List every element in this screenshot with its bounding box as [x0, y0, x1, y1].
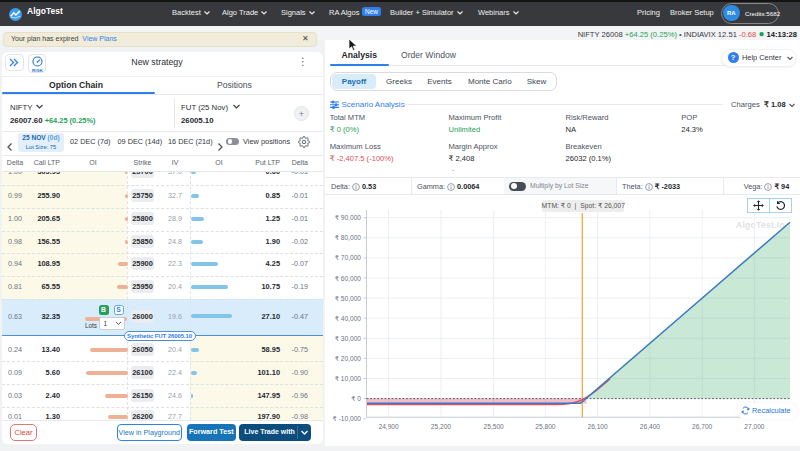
svg-text:₹ 40,000: ₹ 40,000 [335, 315, 362, 322]
svg-text:24,900: 24,900 [379, 423, 400, 430]
svg-text:₹ 70,000: ₹ 70,000 [335, 254, 362, 261]
svg-text:26,700: 26,700 [692, 423, 713, 430]
svg-text:25,200: 25,200 [431, 423, 452, 430]
svg-text:26,100: 26,100 [588, 423, 609, 430]
svg-text:₹ 60,000: ₹ 60,000 [335, 275, 362, 282]
svg-text:₹ 0: ₹ 0 [351, 395, 361, 402]
svg-text:₹ 20,000: ₹ 20,000 [335, 355, 362, 362]
svg-text:25,800: 25,800 [535, 423, 556, 430]
svg-text:₹ 30,000: ₹ 30,000 [335, 335, 362, 342]
svg-text:26,400: 26,400 [640, 423, 661, 430]
svg-text:₹ -10,000: ₹ -10,000 [333, 415, 362, 422]
svg-text:₹ 90,000: ₹ 90,000 [335, 214, 362, 221]
svg-text:27,000: 27,000 [744, 423, 765, 430]
svg-text:25,500: 25,500 [484, 423, 505, 430]
svg-text:₹ 50,000: ₹ 50,000 [335, 295, 362, 302]
svg-text:₹ 80,000: ₹ 80,000 [335, 234, 362, 241]
svg-text:₹ 10,000: ₹ 10,000 [335, 375, 362, 382]
